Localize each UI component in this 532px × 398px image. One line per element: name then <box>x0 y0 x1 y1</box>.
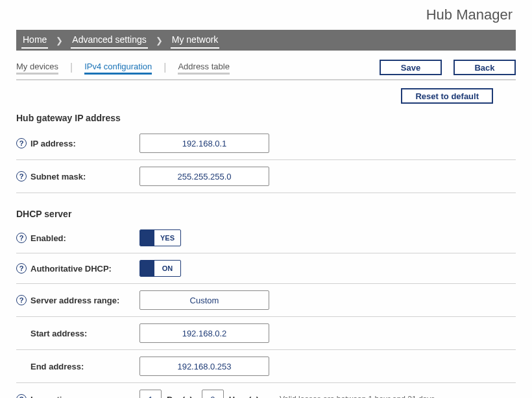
lease-days-input[interactable] <box>139 390 162 398</box>
lease-time-label: Lease time: <box>30 395 77 399</box>
lease-hours-input[interactable] <box>202 390 224 398</box>
row-lease-time: ? Lease time: Day(s) Hour(s) Valid lease… <box>16 383 516 398</box>
row-subnet-mask: ? Subnet mask: <box>16 160 516 193</box>
subtab-bar: My devices | IPv4 configuration | Addres… <box>16 60 516 80</box>
subnet-mask-label: Subnet mask: <box>30 172 86 181</box>
row-start-address: Start address: <box>16 317 516 350</box>
section-title-gateway: Hub gateway IP address <box>16 109 516 127</box>
lease-hint: Valid leases are between 1 hour and 21 d… <box>280 395 435 398</box>
back-button[interactable]: Back <box>453 60 516 75</box>
toggle-label: YES <box>154 230 180 246</box>
toggle-handle <box>140 261 154 276</box>
chevron-right-icon: ❯ <box>156 36 163 45</box>
breadcrumb-advanced-settings[interactable]: Advanced settings <box>71 32 147 49</box>
subnet-mask-input[interactable] <box>139 167 269 186</box>
help-icon[interactable]: ? <box>16 171 27 181</box>
tab-my-devices[interactable]: My devices <box>16 60 58 75</box>
row-enabled: ? Enabled: YES <box>16 223 516 253</box>
row-end-address: End address: <box>16 350 516 383</box>
page-title: Hub Manager <box>0 0 532 30</box>
divider: | <box>70 62 73 73</box>
help-icon[interactable]: ? <box>16 295 27 305</box>
chevron-right-icon: ❯ <box>56 36 63 45</box>
start-address-input[interactable] <box>139 323 269 343</box>
help-icon[interactable]: ? <box>16 138 27 148</box>
toggle-handle <box>140 230 154 246</box>
enabled-toggle[interactable]: YES <box>139 229 181 246</box>
tab-address-table[interactable]: Address table <box>178 60 230 75</box>
tab-ipv4-configuration[interactable]: IPv4 configuration <box>84 60 152 75</box>
authoritative-dhcp-label: Authoritative DHCP: <box>30 264 112 274</box>
end-address-input[interactable] <box>139 357 269 376</box>
ip-address-input[interactable] <box>139 134 269 153</box>
help-icon[interactable]: ? <box>16 263 27 274</box>
help-icon[interactable]: ? <box>16 233 27 243</box>
authoritative-dhcp-toggle[interactable]: ON <box>139 260 181 277</box>
lease-days-unit: Day(s) <box>167 395 193 399</box>
ip-address-label: IP address: <box>30 139 76 148</box>
start-address-label: Start address: <box>30 329 87 338</box>
row-authoritative-dhcp: ? Authoritative DHCP: ON <box>16 253 516 284</box>
save-button[interactable]: Save <box>380 60 442 75</box>
row-server-address-range: ? Server address range: Custom <box>16 284 516 317</box>
help-icon[interactable]: ? <box>16 394 27 398</box>
enabled-label: Enabled: <box>30 233 66 243</box>
breadcrumb: Home ❯ Advanced settings ❯ My network <box>16 30 516 51</box>
lease-hours-unit: Hour(s) <box>229 395 259 399</box>
breadcrumb-home[interactable]: Home <box>21 32 48 49</box>
row-ip-address: ? IP address: <box>16 127 516 160</box>
breadcrumb-my-network[interactable]: My network <box>171 32 220 49</box>
server-address-range-label: Server address range: <box>30 296 119 305</box>
server-address-range-select[interactable]: Custom <box>139 290 269 310</box>
reset-to-default-button[interactable]: Reset to default <box>401 88 493 104</box>
toggle-label: ON <box>154 261 180 276</box>
divider: | <box>163 62 166 73</box>
section-title-dhcp: DHCP server <box>16 205 516 223</box>
end-address-label: End address: <box>30 362 84 371</box>
